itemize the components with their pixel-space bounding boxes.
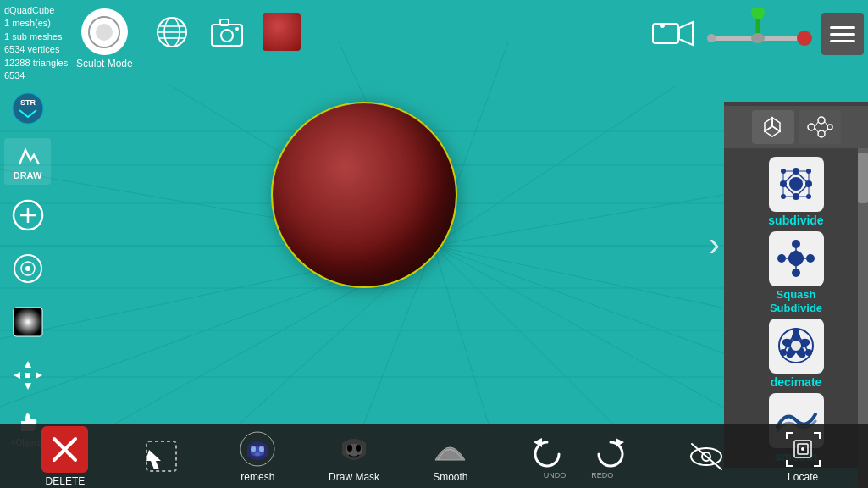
3d-sphere	[271, 102, 457, 288]
svg-point-119	[259, 446, 264, 452]
cube-view-icon	[758, 114, 788, 140]
svg-point-32	[221, 30, 233, 42]
delete-label: DELETE	[46, 475, 86, 487]
sub-mesh-count: 1 sub meshes	[4, 30, 68, 43]
decimate-tool[interactable]: decimate	[737, 319, 855, 389]
panel-tab-cube[interactable]	[752, 110, 794, 144]
locate-label: Locate	[788, 471, 818, 483]
remesh-button[interactable]: remesh	[228, 430, 287, 483]
screenshot-button[interactable]	[207, 13, 246, 51]
camera-icon	[209, 16, 245, 48]
target-button[interactable]	[4, 245, 51, 291]
svg-point-63	[818, 130, 825, 137]
add-icon	[12, 199, 44, 231]
redo-icon-svg	[594, 435, 628, 469]
top-right-icons	[652, 8, 864, 59]
svg-point-62	[818, 117, 825, 124]
draw-icon	[15, 143, 41, 169]
select-icon	[142, 437, 180, 475]
panel-header	[724, 106, 868, 148]
globe-button[interactable]	[152, 13, 191, 51]
decimate-label: decimate	[771, 375, 822, 389]
target-icon	[12, 252, 44, 285]
subdivide-icon	[773, 161, 820, 208]
svg-marker-59	[765, 118, 772, 131]
eye-slash-icon	[688, 437, 726, 475]
panel-tab-nodes[interactable]	[799, 110, 841, 144]
decimate-icon	[773, 323, 820, 369]
undo-redo-group: UNDO REDO	[517, 433, 640, 480]
texture-button[interactable]	[4, 298, 51, 345]
video-button[interactable]	[652, 17, 694, 51]
draw-mask-label: Draw Mask	[329, 471, 379, 483]
svg-marker-116	[146, 450, 161, 469]
material-button[interactable]	[263, 13, 301, 51]
draw-button[interactable]: DRAW	[4, 138, 51, 185]
undo-button[interactable]	[517, 433, 577, 471]
smooth-bottom-icon-svg	[431, 430, 469, 469]
svg-text:STR: STR	[20, 98, 36, 107]
svg-point-120	[255, 452, 260, 456]
hide-show-button[interactable]	[677, 437, 736, 475]
svg-line-68	[825, 129, 827, 132]
str-button[interactable]: STR	[4, 85, 51, 131]
svg-marker-58	[765, 126, 780, 136]
svg-point-86	[788, 251, 804, 266]
mesh-count: 1 mesh(es)	[4, 17, 68, 30]
remesh-icon	[239, 430, 277, 469]
globe-icon	[155, 15, 189, 49]
select-button[interactable]	[132, 437, 191, 475]
svg-point-61	[808, 124, 815, 130]
redo-button[interactable]	[581, 433, 640, 471]
svg-point-64	[827, 125, 832, 130]
delete-button[interactable]: DELETE	[36, 426, 95, 487]
menu-line-1	[830, 26, 855, 29]
mesh-info: dQuadCube 1 mesh(es) 1 sub meshes 6534 v…	[4, 4, 68, 82]
bottom-bar: DELETE remesh	[0, 424, 868, 488]
svg-point-25	[96, 24, 113, 41]
locate-icon	[784, 430, 822, 469]
draw-mask-button[interactable]: Draw Mask	[324, 430, 384, 483]
svg-marker-60	[772, 118, 780, 131]
svg-point-51	[25, 266, 30, 271]
move-button[interactable]	[4, 352, 51, 398]
expand-panel-arrow[interactable]: ›	[709, 225, 720, 263]
delete-icon	[41, 426, 88, 473]
str-icon: STR	[11, 92, 45, 125]
add-button[interactable]	[4, 191, 51, 238]
svg-rect-57	[25, 373, 30, 378]
decimate-icon-box	[769, 319, 824, 374]
svg-point-42	[707, 34, 716, 42]
sculpt-circle	[81, 8, 128, 55]
sculpt-mode-button[interactable]: Sculpt Mode	[76, 8, 133, 69]
remesh-label: remesh	[240, 471, 274, 483]
video-icon	[652, 19, 694, 49]
squash-subdivide-tool[interactable]: SquashSubdivide	[737, 231, 855, 314]
mesh-name: dQuadCube	[4, 4, 68, 17]
undo-redo-row	[517, 433, 640, 471]
rotation-tool-icon	[703, 8, 813, 59]
menu-button[interactable]	[821, 13, 864, 55]
x-icon	[46, 430, 84, 469]
left-sidebar: STR DRAW	[4, 85, 51, 452]
extra-count: 6534	[4, 69, 68, 82]
locate-button[interactable]: Locate	[773, 430, 832, 483]
undo-icon-svg	[530, 435, 564, 469]
svg-point-41	[797, 30, 812, 46]
svg-rect-35	[653, 24, 678, 43]
menu-line-2	[830, 33, 855, 36]
top-icons	[152, 13, 301, 51]
svg-line-67	[825, 122, 827, 125]
vertex-count: 6534 vertices	[4, 43, 68, 56]
svg-point-37	[660, 23, 665, 28]
squash-subdivide-icon-box	[769, 231, 824, 286]
svg-point-118	[251, 446, 256, 452]
subdivide-tool[interactable]: subdivide	[737, 157, 855, 227]
rotation-tool[interactable]	[703, 8, 813, 59]
svg-point-111	[791, 341, 801, 351]
undo-label: UNDO	[544, 471, 567, 480]
smooth-bottom-button[interactable]: Smooth	[421, 430, 480, 483]
nodes-icon	[804, 114, 834, 140]
right-panel: subdivide SquashSubdivide	[724, 102, 868, 468]
remesh-icon-svg	[239, 430, 277, 469]
